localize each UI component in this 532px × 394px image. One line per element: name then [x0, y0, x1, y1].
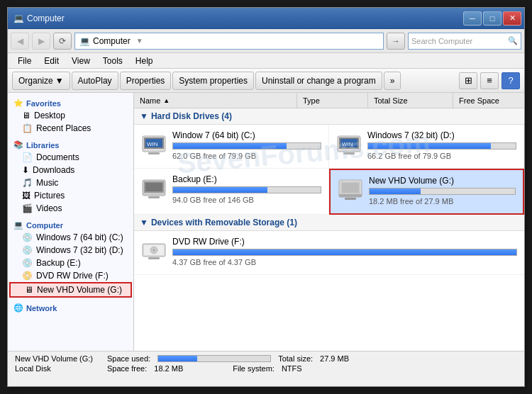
search-box[interactable]: Search Computer 🔍	[408, 33, 521, 50]
recent-places-icon: 📋	[22, 123, 33, 133]
drive-item-e[interactable]: Backup (E:) 94.0 GB free of 146 GB	[134, 169, 329, 215]
c-drive-name: Window 7 (64 bit) (C:)	[172, 130, 321, 140]
c-drive-large-icon: WIN	[141, 132, 167, 162]
svg-text:WIN: WIN	[342, 141, 353, 147]
sidebar-item-music[interactable]: 🎵 Music	[8, 176, 133, 189]
address-dropdown-icon[interactable]: ▼	[136, 37, 143, 45]
more-label: »	[390, 76, 395, 86]
d-drive-bar-fill	[368, 143, 491, 149]
sidebar-item-g-drive[interactable]: 🖥 New VHD Volume (G:)	[9, 282, 132, 298]
organize-label: Organize	[18, 76, 53, 86]
g-drive-label: New VHD Volume (G:)	[37, 285, 122, 295]
hard-disks-grid: WIN Window 7 (64 bit) (C:) 62.0 GB free …	[134, 125, 524, 215]
minimize-button[interactable]: ─	[463, 11, 482, 26]
c-drive-label: Windows 7 (64 bit) (C:)	[36, 232, 123, 242]
status-row-1: New VHD Volume (G:) Space used: Total si…	[15, 354, 517, 363]
e-drive-large-icon	[141, 176, 167, 206]
g-drive-bar-bg	[369, 188, 516, 195]
drive-item-c[interactable]: WIN Window 7 (64 bit) (C:) 62.0 GB free …	[134, 125, 329, 169]
col-header-type[interactable]: Type	[297, 93, 368, 108]
go-button[interactable]: →	[387, 33, 405, 50]
refresh-button[interactable]: ⟳	[53, 33, 72, 50]
menu-tools[interactable]: Tools	[97, 55, 128, 67]
dvd-drive-info: DVD RW Drive (F:) 4.37 GB free of 4.37 G…	[172, 237, 517, 266]
status-filesystem-value: NTFS	[282, 364, 302, 373]
g-drive-bar-fill	[370, 188, 421, 194]
col-header-free-space[interactable]: Free Space	[453, 93, 524, 108]
col-header-total-size[interactable]: Total Size	[368, 93, 453, 108]
sidebar-item-pictures[interactable]: 🖼 Pictures	[8, 189, 133, 202]
close-button[interactable]: ✕	[503, 11, 521, 26]
sidebar: ⭐ Favorites 🖥 Desktop 📋 Recent Places 📚 …	[8, 93, 134, 351]
more-button[interactable]: »	[384, 72, 401, 90]
sidebar-item-documents[interactable]: 📄 Documents	[8, 151, 133, 164]
system-properties-button[interactable]: System properties	[172, 72, 254, 90]
uninstall-button[interactable]: Uninstall or change a program	[255, 72, 382, 90]
view-grid-button[interactable]: ⊞	[459, 72, 477, 89]
view-help-button[interactable]: ?	[501, 72, 520, 89]
removable-section-header[interactable]: ▼ Devices with Removable Storage (1)	[134, 215, 524, 231]
c-drive-info: Window 7 (64 bit) (C:) 62.0 GB free of 7…	[172, 130, 321, 160]
svg-rect-9	[343, 152, 355, 154]
content-wrapper: SevenForums.com ▼ Hard Disk Drives (4)	[134, 108, 524, 275]
recent-places-label: Recent Places	[36, 123, 91, 133]
e-drive-bar-fill	[173, 187, 267, 193]
drive-item-d[interactable]: WIN Windows 7 (32 bit) (D:) 66.2 GB free…	[329, 125, 524, 169]
downloads-label: Downloads	[33, 165, 74, 175]
sidebar-section-favorites: ⭐ Favorites 🖥 Desktop 📋 Recent Places	[8, 96, 133, 135]
hard-disk-section-header[interactable]: ▼ Hard Disk Drives (4)	[134, 108, 524, 125]
menu-file[interactable]: File	[12, 55, 37, 67]
toolbar-right: ⊞ ≡ ?	[459, 72, 520, 89]
content-pane: Name ▲ Type Total Size Free Space SevenF…	[134, 93, 524, 351]
search-icon[interactable]: 🔍	[508, 36, 518, 45]
window-title: Computer	[27, 13, 65, 23]
sidebar-item-f-drive[interactable]: 📀 DVD RW Drive (F:)	[8, 269, 133, 282]
svg-text:WIN: WIN	[147, 141, 158, 147]
f-drive-icon: 📀	[22, 271, 33, 281]
autoplay-button[interactable]: AutoPlay	[72, 72, 118, 90]
back-button[interactable]: ◀	[11, 33, 29, 50]
title-bar-controls: ─ □ ✕	[463, 11, 521, 26]
search-placeholder: Search Computer	[411, 37, 472, 45]
downloads-icon: ⬇	[22, 165, 29, 175]
sidebar-item-c-drive[interactable]: 💿 Windows 7 (64 bit) (C:)	[8, 231, 133, 244]
address-field[interactable]: 💻 Computer ▼	[74, 33, 384, 50]
e-drive-bar-bg	[172, 186, 321, 193]
sidebar-item-videos[interactable]: 🎬 Videos	[8, 202, 133, 215]
maximize-button[interactable]: □	[483, 11, 501, 26]
status-filesystem-label: File system:	[233, 364, 275, 373]
sidebar-item-downloads[interactable]: ⬇ Downloads	[8, 164, 133, 176]
title-bar: 💻 Computer ─ □ ✕	[8, 8, 524, 29]
main-window: 💻 Computer ─ □ ✕ ◀ ▶ ⟳ 💻 Computer ▼ → Se…	[7, 7, 525, 387]
menu-view[interactable]: View	[66, 55, 96, 67]
documents-label: Documents	[36, 152, 79, 162]
dvd-drive-name: DVD RW Drive (F:)	[172, 237, 517, 247]
c-drive-stats: 62.0 GB free of 79.9 GB	[172, 152, 321, 160]
sidebar-item-e-drive[interactable]: 💿 Backup (E:)	[8, 257, 133, 269]
status-space-free-label: Space free:	[107, 364, 147, 373]
menu-edit[interactable]: Edit	[38, 55, 65, 67]
sidebar-computer-header[interactable]: 💻 Computer	[8, 218, 133, 231]
pictures-icon: 🖼	[22, 191, 31, 201]
sidebar-item-desktop[interactable]: 🖥 Desktop	[8, 109, 133, 122]
svg-rect-16	[342, 183, 359, 193]
g-drive-icon: 🖥	[25, 285, 33, 295]
forward-button[interactable]: ▶	[32, 33, 50, 50]
organize-button[interactable]: Organize ▼	[12, 72, 70, 90]
menu-help[interactable]: Help	[130, 55, 159, 67]
g-drive-large-icon	[338, 177, 363, 208]
dvd-drive-item[interactable]: DVD RW Drive (F:) 4.37 GB free of 4.37 G…	[134, 231, 524, 275]
sidebar-item-d-drive[interactable]: 💿 Windows 7 (32 bit) (D:)	[8, 244, 133, 257]
view-list-button[interactable]: ≡	[480, 72, 499, 89]
dvd-bar-bg	[172, 249, 517, 256]
address-path: Computer	[93, 36, 131, 46]
col-header-name[interactable]: Name ▲	[134, 93, 297, 108]
drive-item-g[interactable]: New VHD Volume (G:) 18.2 MB free of 27.9…	[329, 169, 524, 215]
properties-button[interactable]: Properties	[120, 72, 172, 90]
properties-label: Properties	[126, 76, 165, 86]
e-drive-name: Backup (E:)	[172, 174, 321, 184]
sidebar-network-header[interactable]: 🌐 Network	[8, 300, 133, 314]
sidebar-item-recent-places[interactable]: 📋 Recent Places	[8, 122, 133, 135]
sidebar-libraries-header[interactable]: 📚 Libraries	[8, 137, 133, 151]
sidebar-favorites-header[interactable]: ⭐ Favorites	[8, 96, 133, 109]
